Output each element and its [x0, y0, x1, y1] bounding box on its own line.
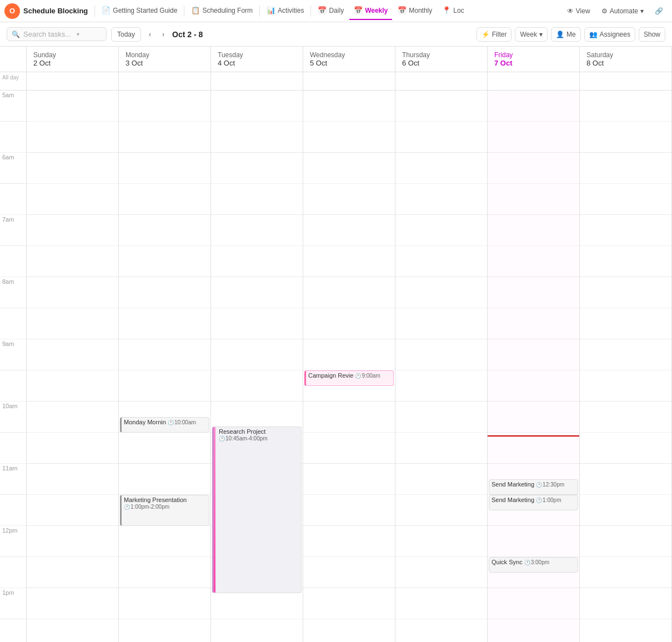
hour-line — [27, 526, 118, 557]
event-monday-morning[interactable]: Monday Mornin 🕐10:00am — [120, 417, 209, 433]
hour-line — [27, 370, 118, 402]
hour-line — [303, 277, 395, 308]
activities-icon: 📊 — [267, 6, 275, 14]
hour-line — [488, 122, 579, 153]
clock-icon: 🕐 — [168, 420, 174, 425]
chevron-down-icon: ▾ — [640, 7, 644, 15]
hour-line — [303, 495, 395, 526]
automate-button[interactable]: ⚙ Automate ▾ — [597, 5, 648, 17]
time-slot-half-13 — [0, 495, 26, 526]
app-logo: O — [4, 3, 20, 19]
hour-line — [119, 153, 210, 184]
hour-line — [580, 526, 671, 557]
header-sunday: Sunday 2 Oct — [27, 47, 119, 72]
hour-line — [395, 122, 487, 153]
tab-location[interactable]: 📍 Loc — [438, 2, 468, 20]
hour-line — [488, 277, 579, 308]
event-campaign-review[interactable]: Campaign Revie 🕐9:00am — [304, 370, 394, 386]
monthly-icon: 📅 — [398, 6, 407, 14]
week-dropdown-icon: ▾ — [539, 31, 543, 38]
clock-icon-7: 🕐 — [524, 560, 530, 565]
hour-line — [27, 402, 118, 433]
hour-line — [488, 526, 579, 557]
allday-sunday — [27, 72, 119, 90]
tab-daily[interactable]: 📅 Daily — [313, 2, 348, 20]
tab-monthly[interactable]: 📅 Monthly — [393, 2, 437, 20]
hour-line — [395, 557, 487, 588]
hour-line — [395, 246, 487, 277]
prev-week-button[interactable]: ‹ — [146, 28, 154, 41]
next-week-button[interactable]: › — [159, 28, 168, 41]
hour-line — [580, 495, 671, 526]
week-selector[interactable]: Week ▾ — [515, 27, 547, 42]
hour-line — [119, 91, 210, 122]
hour-line — [303, 153, 395, 184]
hour-line — [395, 339, 487, 370]
time-slot-half-15 — [0, 557, 26, 588]
tab-getting-started[interactable]: 📄 Getting Started Guide — [97, 2, 182, 20]
hour-line — [395, 433, 487, 464]
hour-line — [27, 464, 118, 495]
time-slot-10am: 10am — [0, 402, 26, 433]
calendar-wrapper: Sunday 2 Oct Monday 3 Oct Tuesday 4 Oct … — [0, 47, 672, 642]
hour-line — [27, 215, 118, 246]
event-marketing-presentation[interactable]: Marketing Presentation 🕐1:00pm-2:00pm — [120, 495, 209, 526]
hour-line — [303, 557, 395, 588]
search-icon: 🔍 — [12, 31, 20, 38]
tab-scheduling-form[interactable]: 📋 Scheduling Form — [187, 2, 257, 20]
hour-line — [488, 184, 579, 215]
assignees-button[interactable]: 👥 Assignees — [584, 27, 635, 42]
hour-line — [211, 122, 303, 153]
hour-line — [303, 619, 395, 642]
hour-line — [303, 464, 395, 495]
hour-line — [580, 370, 671, 402]
day-col-tuesday: Research Project 🕐10:45am-4:00pm — [211, 91, 303, 642]
today-button[interactable]: Today — [111, 27, 141, 42]
search-box[interactable]: 🔍 Search tasks... ▾ — [7, 27, 107, 41]
hour-line — [119, 308, 210, 339]
filter-button[interactable]: ⚡ Filter — [477, 27, 512, 42]
event-research-project[interactable]: Research Project 🕐10:45am-4:00pm — [212, 427, 302, 593]
hour-line — [27, 184, 118, 215]
hour-line — [303, 526, 395, 557]
me-button[interactable]: 👤 Me — [551, 27, 581, 42]
view-button[interactable]: 👁 View — [563, 5, 595, 17]
time-col-header — [0, 47, 27, 72]
hour-line — [27, 153, 118, 184]
hour-line — [395, 588, 487, 619]
hour-line — [580, 277, 671, 308]
hour-line — [27, 91, 118, 122]
daily-icon: 📅 — [318, 6, 327, 14]
person-icon: 👤 — [556, 31, 564, 38]
day-col-saturday — [580, 91, 672, 642]
tab-activities[interactable]: 📊 Activities — [262, 2, 308, 20]
current-time-indicator — [488, 435, 579, 437]
hour-line — [395, 215, 487, 246]
hour-line — [303, 402, 395, 433]
day-col-friday: Send Marketing 🕐12:30pm Send Marketing 🕐… — [488, 91, 580, 642]
allday-wednesday — [303, 72, 395, 90]
event-send-marketing-1230[interactable]: Send Marketing 🕐12:30pm — [489, 479, 578, 495]
hour-line — [119, 246, 210, 277]
hour-line — [580, 308, 671, 339]
hour-line — [211, 91, 303, 122]
hour-line — [119, 215, 210, 246]
calendar-scroll[interactable]: 5am6am7am8am9am10am11am12pm1pm2pm3pm4pm5… — [0, 91, 672, 642]
assignees-icon: 👥 — [589, 31, 598, 38]
hour-line — [395, 464, 487, 495]
hour-line — [27, 619, 118, 642]
time-slot-half-9 — [0, 370, 26, 402]
event-quick-sync[interactable]: Quick Sync 🕐3:00pm — [489, 557, 578, 573]
hour-line — [580, 122, 671, 153]
hour-line — [488, 153, 579, 184]
share-button[interactable]: 🔗 — [650, 5, 668, 17]
hour-line — [488, 433, 579, 464]
time-slot-half-11 — [0, 433, 26, 464]
event-send-marketing-1pm[interactable]: Send Marketing 🕐1:00pm — [489, 495, 578, 510]
search-dropdown-icon: ▾ — [77, 31, 79, 37]
calendar-header: Sunday 2 Oct Monday 3 Oct Tuesday 4 Oct … — [0, 47, 672, 72]
show-button[interactable]: Show — [639, 27, 665, 42]
hour-line — [119, 277, 210, 308]
hour-line — [488, 402, 579, 433]
tab-weekly[interactable]: 📅 Weekly — [349, 2, 392, 20]
